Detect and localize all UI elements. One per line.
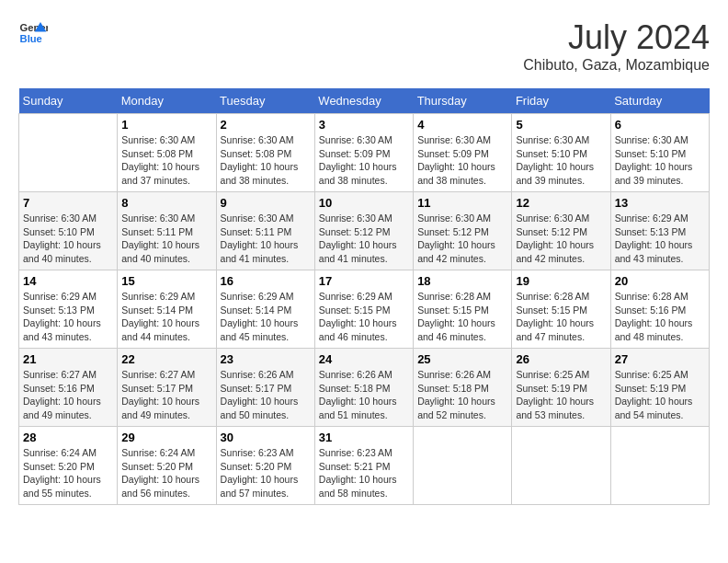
title-block: July 2024 Chibuto, Gaza, Mozambique [523, 18, 710, 74]
calendar-cell: 25Sunrise: 6:26 AM Sunset: 5:18 PM Dayli… [414, 349, 512, 427]
day-number: 11 [417, 196, 507, 210]
calendar-cell: 10Sunrise: 6:30 AM Sunset: 5:12 PM Dayli… [314, 192, 413, 270]
day-number: 24 [319, 352, 409, 366]
calendar-cell: 8Sunrise: 6:30 AM Sunset: 5:11 PM Daylig… [118, 192, 216, 270]
day-info: Sunrise: 6:30 AM Sunset: 5:08 PM Dayligh… [121, 133, 211, 188]
calendar-cell: 12Sunrise: 6:30 AM Sunset: 5:12 PM Dayli… [512, 192, 610, 270]
day-number: 17 [319, 274, 409, 288]
day-info: Sunrise: 6:30 AM Sunset: 5:09 PM Dayligh… [417, 133, 507, 188]
calendar-cell: 5Sunrise: 6:30 AM Sunset: 5:10 PM Daylig… [512, 114, 610, 192]
day-number: 22 [121, 352, 211, 366]
day-number: 12 [516, 196, 606, 210]
calendar-cell: 31Sunrise: 6:23 AM Sunset: 5:21 PM Dayli… [314, 427, 413, 505]
day-info: Sunrise: 6:25 AM Sunset: 5:19 PM Dayligh… [615, 368, 705, 422]
svg-text:Blue: Blue [20, 33, 42, 44]
day-info: Sunrise: 6:26 AM Sunset: 5:17 PM Dayligh… [221, 368, 311, 422]
header-wednesday: Wednesday [314, 88, 413, 114]
day-number: 15 [121, 274, 211, 288]
day-info: Sunrise: 6:23 AM Sunset: 5:21 PM Dayligh… [319, 446, 409, 500]
day-number: 27 [615, 352, 705, 366]
day-info: Sunrise: 6:30 AM Sunset: 5:12 PM Dayligh… [417, 212, 507, 266]
day-info: Sunrise: 6:28 AM Sunset: 5:15 PM Dayligh… [417, 290, 507, 344]
day-info: Sunrise: 6:30 AM Sunset: 5:10 PM Dayligh… [23, 212, 113, 266]
day-number: 3 [319, 118, 409, 132]
day-number: 19 [516, 274, 606, 288]
day-info: Sunrise: 6:29 AM Sunset: 5:15 PM Dayligh… [319, 290, 409, 344]
week-row-4: 21Sunrise: 6:27 AM Sunset: 5:16 PM Dayli… [19, 349, 710, 427]
calendar-cell: 27Sunrise: 6:25 AM Sunset: 5:19 PM Dayli… [610, 349, 709, 427]
logo: General Blue [18, 18, 48, 48]
day-info: Sunrise: 6:29 AM Sunset: 5:14 PM Dayligh… [121, 290, 211, 344]
calendar-cell: 28Sunrise: 6:24 AM Sunset: 5:20 PM Dayli… [19, 427, 118, 505]
calendar-cell: 19Sunrise: 6:28 AM Sunset: 5:15 PM Dayli… [512, 270, 610, 349]
calendar-cell: 18Sunrise: 6:28 AM Sunset: 5:15 PM Dayli… [414, 270, 512, 349]
day-number: 23 [221, 352, 311, 366]
day-info: Sunrise: 6:29 AM Sunset: 5:14 PM Dayligh… [221, 290, 311, 344]
calendar-cell: 15Sunrise: 6:29 AM Sunset: 5:14 PM Dayli… [118, 270, 216, 349]
day-number: 30 [221, 431, 311, 444]
day-info: Sunrise: 6:27 AM Sunset: 5:16 PM Dayligh… [23, 368, 113, 422]
header-row: SundayMondayTuesdayWednesdayThursdayFrid… [19, 88, 710, 114]
header-tuesday: Tuesday [216, 88, 314, 114]
calendar-cell: 17Sunrise: 6:29 AM Sunset: 5:15 PM Dayli… [314, 270, 413, 349]
day-number: 2 [221, 118, 311, 132]
day-number: 21 [23, 352, 113, 366]
day-info: Sunrise: 6:30 AM Sunset: 5:09 PM Dayligh… [319, 133, 409, 188]
calendar-cell: 6Sunrise: 6:30 AM Sunset: 5:10 PM Daylig… [610, 114, 709, 192]
day-info: Sunrise: 6:26 AM Sunset: 5:18 PM Dayligh… [319, 368, 409, 422]
day-info: Sunrise: 6:30 AM Sunset: 5:10 PM Dayligh… [615, 133, 705, 188]
day-info: Sunrise: 6:25 AM Sunset: 5:19 PM Dayligh… [516, 368, 606, 422]
calendar-cell [19, 114, 118, 192]
day-info: Sunrise: 6:23 AM Sunset: 5:20 PM Dayligh… [221, 446, 311, 500]
day-info: Sunrise: 6:30 AM Sunset: 5:08 PM Dayligh… [221, 133, 311, 188]
header-sunday: Sunday [19, 88, 118, 114]
day-number: 4 [417, 118, 507, 132]
day-number: 28 [23, 431, 113, 444]
day-number: 20 [615, 274, 705, 288]
calendar-cell: 22Sunrise: 6:27 AM Sunset: 5:17 PM Dayli… [118, 349, 216, 427]
header-thursday: Thursday [414, 88, 512, 114]
day-info: Sunrise: 6:30 AM Sunset: 5:10 PM Dayligh… [516, 133, 606, 188]
day-number: 8 [121, 196, 211, 210]
day-number: 1 [121, 118, 211, 132]
day-number: 25 [417, 352, 507, 366]
day-number: 26 [516, 352, 606, 366]
day-number: 10 [319, 196, 409, 210]
day-number: 14 [23, 274, 113, 288]
header-friday: Friday [512, 88, 610, 114]
day-number: 7 [23, 196, 113, 210]
calendar-cell: 30Sunrise: 6:23 AM Sunset: 5:20 PM Dayli… [216, 427, 314, 505]
calendar-cell: 21Sunrise: 6:27 AM Sunset: 5:16 PM Dayli… [19, 349, 118, 427]
day-number: 31 [319, 431, 409, 444]
day-info: Sunrise: 6:28 AM Sunset: 5:15 PM Dayligh… [516, 290, 606, 344]
calendar-cell: 1Sunrise: 6:30 AM Sunset: 5:08 PM Daylig… [118, 114, 216, 192]
location-subtitle: Chibuto, Gaza, Mozambique [523, 57, 710, 74]
page-header: General Blue July 2024 Chibuto, Gaza, Mo… [18, 18, 710, 74]
day-info: Sunrise: 6:29 AM Sunset: 5:13 PM Dayligh… [23, 290, 113, 344]
calendar-cell [512, 427, 610, 505]
calendar-cell: 16Sunrise: 6:29 AM Sunset: 5:14 PM Dayli… [216, 270, 314, 349]
day-info: Sunrise: 6:24 AM Sunset: 5:20 PM Dayligh… [121, 446, 211, 500]
week-row-3: 14Sunrise: 6:29 AM Sunset: 5:13 PM Dayli… [19, 270, 710, 349]
day-info: Sunrise: 6:30 AM Sunset: 5:12 PM Dayligh… [516, 212, 606, 266]
calendar-cell: 7Sunrise: 6:30 AM Sunset: 5:10 PM Daylig… [19, 192, 118, 270]
calendar-cell [610, 427, 709, 505]
day-number: 9 [221, 196, 311, 210]
calendar-cell: 20Sunrise: 6:28 AM Sunset: 5:16 PM Dayli… [610, 270, 709, 349]
day-info: Sunrise: 6:30 AM Sunset: 5:11 PM Dayligh… [221, 212, 311, 266]
header-monday: Monday [118, 88, 216, 114]
calendar-cell: 3Sunrise: 6:30 AM Sunset: 5:09 PM Daylig… [314, 114, 413, 192]
calendar-cell: 2Sunrise: 6:30 AM Sunset: 5:08 PM Daylig… [216, 114, 314, 192]
day-number: 6 [615, 118, 705, 132]
day-number: 16 [221, 274, 311, 288]
calendar-cell: 13Sunrise: 6:29 AM Sunset: 5:13 PM Dayli… [610, 192, 709, 270]
day-number: 18 [417, 274, 507, 288]
calendar-table: SundayMondayTuesdayWednesdayThursdayFrid… [18, 88, 710, 505]
day-number: 29 [121, 431, 211, 444]
day-info: Sunrise: 6:27 AM Sunset: 5:17 PM Dayligh… [121, 368, 211, 422]
calendar-cell [414, 427, 512, 505]
calendar-cell: 11Sunrise: 6:30 AM Sunset: 5:12 PM Dayli… [414, 192, 512, 270]
calendar-cell: 26Sunrise: 6:25 AM Sunset: 5:19 PM Dayli… [512, 349, 610, 427]
week-row-2: 7Sunrise: 6:30 AM Sunset: 5:10 PM Daylig… [19, 192, 710, 270]
day-info: Sunrise: 6:29 AM Sunset: 5:13 PM Dayligh… [615, 212, 705, 266]
